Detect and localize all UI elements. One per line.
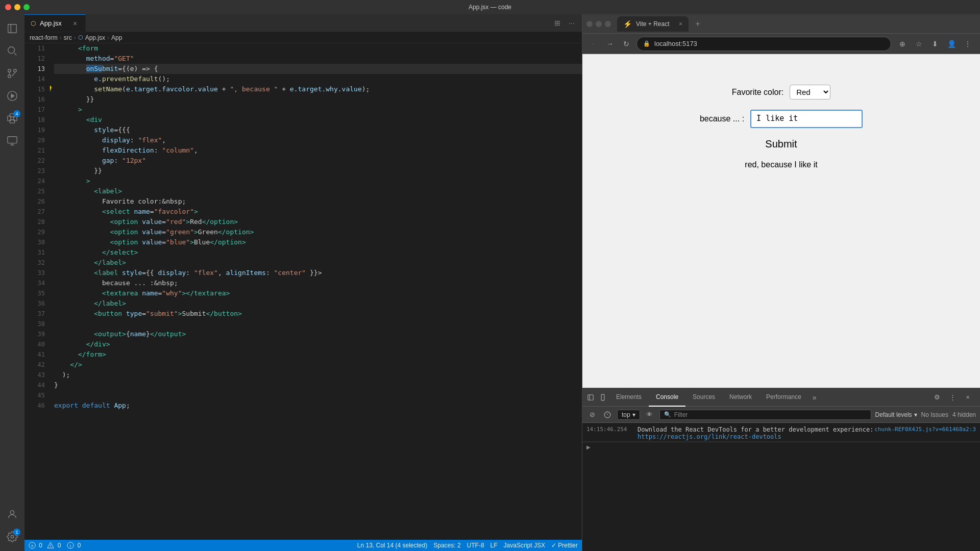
console-default-levels[interactable]: Default levels ▾: [875, 411, 917, 418]
browser-zoom-btn[interactable]: ⊕: [895, 37, 910, 51]
browser-profile-btn[interactable]: 👤: [944, 37, 959, 51]
devtools-tab-performance[interactable]: Performance: [759, 388, 808, 407]
browser-tab-favicon: ⚡: [623, 20, 632, 28]
browser-tab-close[interactable]: ×: [679, 20, 682, 28]
tab-bar-actions: ⊞ ···: [547, 14, 582, 32]
code-line-16: }}: [54, 94, 582, 105]
favorite-color-select[interactable]: Red Green Blue: [790, 85, 830, 99]
console-message-0: Download the React DevTools for a better…: [638, 426, 874, 440]
extensions-badge: 4: [13, 110, 20, 117]
browser-address-bar[interactable]: 🔒 localhost:5173: [636, 37, 891, 51]
line-num-25: 25: [24, 186, 45, 196]
status-errors[interactable]: × 0 ! 0: [29, 542, 61, 549]
code-line-18: <div: [54, 115, 582, 125]
status-language[interactable]: JavaScript JSX: [504, 542, 545, 549]
close-button[interactable]: [5, 4, 11, 10]
code-line-19: style={{{: [54, 125, 582, 135]
status-bar-right: Ln 13, Col 14 (4 selected) Spaces: 2 UTF…: [357, 542, 578, 549]
minimize-button[interactable]: [14, 4, 20, 10]
console-level-arrow: ▾: [632, 411, 635, 418]
status-position[interactable]: Ln 13, Col 14 (4 selected): [357, 542, 427, 549]
tab-close-button[interactable]: ×: [71, 19, 79, 28]
code-editor[interactable]: 11 12 13 14 15 16 17 18 19 20 21 22 23 2…: [24, 43, 582, 540]
devtools-tab-console[interactable]: Console: [649, 388, 685, 407]
devtools-link[interactable]: https://reactjs.org/link/react-devtools: [638, 433, 781, 440]
console-filter-input[interactable]: 🔍 Filter: [659, 410, 871, 420]
devtools-tab-elements[interactable]: Elements: [609, 388, 649, 407]
status-eol[interactable]: LF: [491, 542, 498, 549]
devtools-tabs: Elements Console Sources Network Perform…: [582, 388, 980, 407]
browser-close-btn[interactable]: [586, 21, 593, 27]
browser-more-btn[interactable]: ⋮: [961, 37, 975, 51]
line-num-33: 33: [24, 268, 45, 278]
devtools-tab-network[interactable]: Network: [722, 388, 759, 407]
activity-icon-run[interactable]: [2, 86, 22, 106]
browser-min-btn[interactable]: [596, 21, 602, 27]
browser-refresh-btn[interactable]: ↻: [620, 38, 632, 50]
activity-icon-source-control[interactable]: [2, 63, 22, 84]
line-num-13: 13: [24, 64, 45, 74]
devtools-settings-btn[interactable]: ⚙: [931, 391, 943, 404]
svg-rect-9: [8, 137, 17, 143]
activity-icon-search[interactable]: [2, 41, 22, 61]
activity-icon-settings[interactable]: 1: [2, 527, 22, 547]
status-spaces[interactable]: Spaces: 2: [433, 542, 460, 549]
editor-tab-appjsx[interactable]: ⬡ App.jsx ×: [24, 14, 86, 32]
breadcrumb-appjsx[interactable]: App.jsx: [85, 34, 105, 41]
activity-icon-explorer[interactable]: [2, 18, 22, 39]
breadcrumb-app-symbol[interactable]: App: [111, 34, 122, 41]
console-expand-arrow[interactable]: ▶: [586, 444, 595, 450]
address-lock-icon: 🔒: [643, 40, 650, 47]
devtools-overflow-btn[interactable]: ⋮: [946, 391, 959, 404]
browser-url: localhost:5173: [654, 40, 697, 47]
devtools-close-btn[interactable]: ×: [962, 391, 974, 404]
devtools-more-tabs[interactable]: »: [808, 393, 821, 402]
console-content[interactable]: 14:15:46.254 Download the React DevTools…: [582, 423, 980, 551]
console-eye-btn[interactable]: 👁: [644, 409, 655, 420]
activity-icon-accounts[interactable]: [2, 504, 22, 524]
console-log-level[interactable]: top ▾: [617, 410, 640, 420]
devtools-mobile-btn[interactable]: [597, 391, 609, 404]
browser-new-tab-btn[interactable]: +: [691, 17, 705, 31]
svg-rect-0: [8, 24, 17, 33]
activity-icon-remote[interactable]: [2, 131, 22, 151]
console-clear-btn[interactable]: ⊘: [586, 409, 598, 420]
devtools-inspect-btn[interactable]: [584, 391, 597, 404]
line-num-21: 21: [24, 145, 45, 156]
breadcrumb-src[interactable]: src: [64, 34, 72, 41]
console-source-0[interactable]: chunk-REF0X4J5.js?v=661468a2:3: [874, 426, 976, 433]
console-input[interactable]: [599, 443, 976, 450]
browser-bookmark-btn[interactable]: ☆: [912, 37, 926, 51]
code-line-12: method="GET": [54, 54, 582, 64]
code-content[interactable]: <form method="GET" onSubmit={(e) => { e.…: [50, 43, 582, 540]
browser-back-btn[interactable]: ←: [587, 38, 600, 50]
devtools-tab-sources[interactable]: Sources: [685, 388, 722, 407]
browser-max-btn[interactable]: [605, 21, 611, 27]
code-line-40: </div>: [54, 339, 582, 349]
because-row: because ... : I like it: [700, 110, 863, 128]
status-info[interactable]: i 0: [67, 542, 81, 549]
breadcrumb-react-form[interactable]: react-form: [30, 34, 58, 41]
split-editor-button[interactable]: ⊞: [551, 17, 564, 29]
line-num-22: 22: [24, 156, 45, 166]
more-actions-button[interactable]: ···: [566, 17, 578, 29]
line-num-27: 27: [24, 207, 45, 217]
code-line-27: <select name="favcolor">: [54, 207, 582, 217]
maximize-button[interactable]: [23, 4, 30, 10]
browser-forward-btn[interactable]: →: [604, 38, 616, 50]
browser-tab[interactable]: ⚡ Vite + React ×: [617, 16, 689, 32]
status-encoding[interactable]: UTF-8: [467, 542, 484, 549]
line-num-34: 34: [24, 278, 45, 288]
activity-icon-extensions[interactable]: 4: [2, 108, 22, 129]
svg-text:i: i: [70, 543, 71, 548]
svg-rect-18: [601, 394, 604, 400]
status-formatter[interactable]: ✓ Prettier: [551, 542, 578, 549]
because-textarea[interactable]: I like it: [750, 110, 863, 128]
code-line-30: <option value="blue">Blue</option>: [54, 237, 582, 247]
line-num-11: 11: [24, 43, 45, 54]
console-filter-btn[interactable]: [602, 409, 613, 420]
default-levels-text: Default levels: [875, 411, 912, 418]
code-line-45: [54, 390, 582, 400]
browser-download-btn[interactable]: ⬇: [928, 37, 942, 51]
submit-button[interactable]: Submit: [765, 138, 797, 150]
